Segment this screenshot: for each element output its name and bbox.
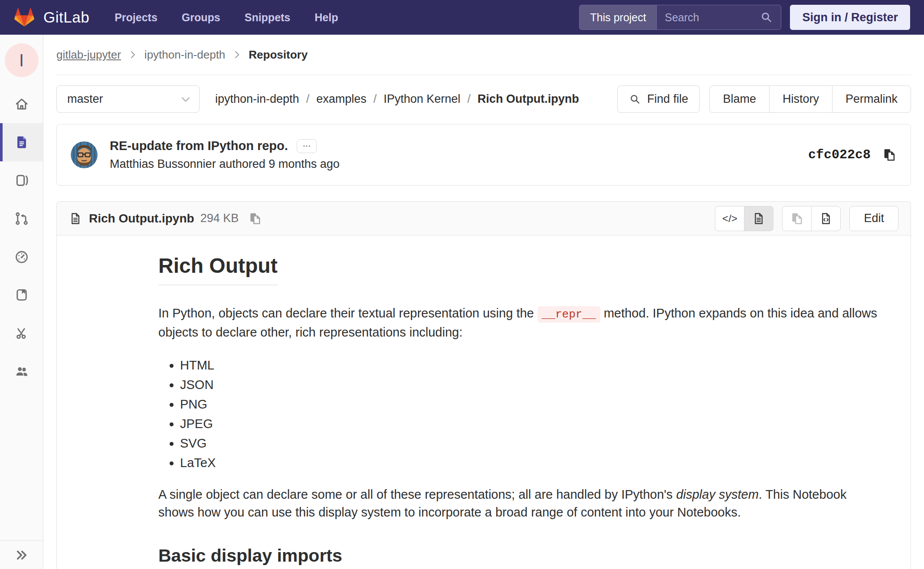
copy-icon [790,212,804,226]
commit-meta: Matthias Bussonnier authored 9 months ag… [110,157,340,171]
search-icon [629,93,641,105]
copy-sha-button[interactable] [882,147,897,162]
double-chevron-right-icon [14,548,29,562]
gauge-icon [14,249,29,264]
nav-snippets[interactable]: Snippets [245,11,291,24]
last-commit-panel: RE-update from IPython repo. ... Matthia… [56,124,911,186]
paragraph-text: In Python, objects can declare their tex… [158,306,537,320]
list-item: PNG [180,397,885,412]
nav-projects[interactable]: Projects [115,11,157,24]
scissors-icon [14,326,29,340]
sidebar-item-registry[interactable] [0,161,43,199]
file-navigation-row: master ipython-in-depth / examples / IPy… [56,85,911,113]
code-icon: </> [722,213,737,225]
chevron-right-icon [129,49,137,60]
path-separator: / [467,92,471,106]
merge-request-icon [14,211,29,226]
gitlab-logo[interactable]: GitLab [14,7,89,27]
copy-source-button[interactable] [782,206,812,231]
viewer-toggle-group: </> [715,206,773,231]
breadcrumb-project[interactable]: ipython-in-depth [144,48,225,62]
members-icon [14,364,29,379]
file-header-actions: </> [715,206,898,231]
notebook-paragraph-2: A single object can declare some or all … [158,486,885,521]
list-item: LaTeX [180,455,885,470]
book-icon [14,288,29,302]
document-icon [69,212,82,226]
file-actions: Find file Blame History Permalink [617,85,911,113]
copy-file-path-button[interactable] [248,212,262,226]
tanuki-icon [14,7,35,27]
navbar-right: This project Sign in / Register [579,5,910,30]
search-scope-chip[interactable]: This project [580,5,657,29]
main-nav: Projects Groups Snippets Help [115,11,338,24]
commit-title-link[interactable]: RE-update from IPython repo. [110,139,288,153]
monitor-icon [14,173,29,188]
paragraph-text: A single object can declare some or all … [158,487,676,501]
chevron-down-icon [180,94,191,105]
list-item: SVG [180,436,885,451]
search-icon [760,5,781,29]
path-separator: / [306,92,310,106]
top-navbar: GitLab Projects Groups Snippets Help Thi… [0,0,924,35]
path-segment-ipython-kernel[interactable]: IPython Kernel [383,92,460,106]
commit-author-link[interactable]: Matthias Bussonnier [110,157,216,170]
raw-file-icon [819,212,832,226]
display-rendered-button[interactable] [744,206,773,231]
history-button[interactable]: History [769,85,832,113]
commit-author-avatar[interactable] [71,141,98,168]
commit-sha-area: cfc022c8 [808,147,897,162]
rendered-file-icon [752,212,765,226]
file-path-breadcrumb: ipython-in-depth / examples / IPython Ke… [215,92,579,106]
notebook-paragraph-1: In Python, objects can declare their tex… [158,304,885,341]
sign-in-register-button[interactable]: Sign in / Register [790,5,910,30]
main-content: gitlab-jupyter ipython-in-depth Reposito… [43,35,924,569]
sidebar-item-repository[interactable] [0,123,43,161]
path-segment-examples[interactable]: examples [316,92,367,106]
sidebar-item-merge-requests[interactable] [0,238,43,276]
sidebar-item-members[interactable] [0,352,43,390]
path-segment-repo[interactable]: ipython-in-depth [215,92,299,106]
notebook-title: Rich Output [158,254,278,285]
brand-name: GitLab [43,9,89,26]
file-size: 294 KB [200,212,239,225]
representation-list: HTML JSON PNG JPEG SVG LaTeX [158,358,885,470]
path-segment-current-file[interactable]: Rich Output.ipynb [478,92,579,106]
copy-icon [882,147,897,162]
edit-button[interactable]: Edit [849,206,898,231]
path-separator: / [374,92,377,106]
project-sidebar: I [0,35,43,569]
display-source-button[interactable]: </> [715,206,744,231]
sidebar-item-snippets[interactable] [0,314,43,352]
nav-groups[interactable]: Groups [182,11,220,24]
copy-raw-group [782,206,841,231]
history-button-group: Blame History Permalink [709,85,911,113]
list-item: JSON [180,377,885,392]
breadcrumb: gitlab-jupyter ipython-in-depth Reposito… [56,35,911,75]
sidebar-collapse-toggle[interactable] [0,540,43,569]
nav-help[interactable]: Help [315,11,338,24]
commit-meta-text: authored 9 months ago [216,157,340,170]
sidebar-item-project-overview[interactable] [0,85,43,123]
list-item: JPEG [180,416,885,431]
notebook-section-title: Basic display imports [158,546,342,569]
search-input[interactable] [657,5,760,29]
search-bar: This project [579,5,781,30]
emphasis-text: display system [676,487,759,501]
home-icon [14,97,29,111]
open-raw-button[interactable] [811,206,841,231]
find-file-button[interactable]: Find file [617,85,700,113]
breadcrumb-group[interactable]: gitlab-jupyter [56,48,121,62]
permalink-button[interactable]: Permalink [832,85,911,113]
blame-button[interactable]: Blame [709,85,770,113]
commit-message-expander[interactable]: ... [297,139,317,153]
notebook-rendered-content: Rich Output In Python, objects can decla… [57,235,911,569]
find-file-label: Find file [647,92,688,106]
commit-sha-link[interactable]: cfc022c8 [808,147,871,162]
sidebar-item-ci-cd[interactable] [0,276,43,314]
list-item: HTML [180,358,885,373]
sidebar-item-issues[interactable] [0,199,43,238]
branch-selector[interactable]: master [56,85,200,113]
project-avatar[interactable]: I [5,43,39,77]
breadcrumb-section[interactable]: Repository [249,48,308,62]
